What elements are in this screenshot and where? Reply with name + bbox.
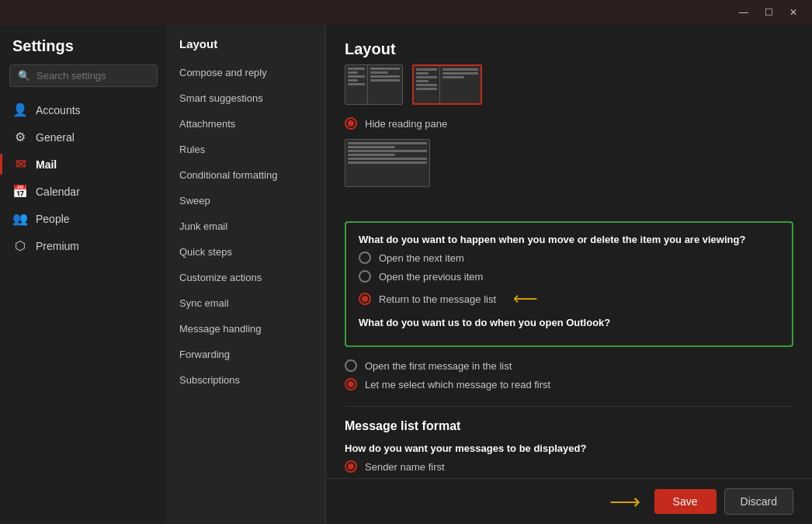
mid-item-sweep[interactable]: Sweep	[167, 188, 325, 213]
sidebar-item-mail-label: Mail	[36, 158, 57, 171]
mid-item-junk-email[interactable]: Junk email	[167, 213, 325, 239]
hide-pane-preview	[345, 139, 430, 187]
sidebar-item-premium[interactable]: ⬡ Premium	[0, 232, 167, 259]
mid-item-forwarding[interactable]: Forwarding	[167, 342, 325, 367]
radio-next-label: Open the next item	[379, 252, 464, 264]
sidebar-item-calendar[interactable]: 📅 Calendar	[0, 178, 167, 205]
accounts-icon: 👤	[12, 102, 28, 117]
sidebar-item-accounts[interactable]: 👤 Accounts	[0, 96, 167, 123]
layout-thumb-right	[345, 64, 403, 105]
display-question: How do you want your messages to be disp…	[345, 442, 793, 454]
mid-item-smart-suggestions[interactable]: Smart suggestions	[167, 85, 325, 111]
radio-option-sender-first[interactable]: Sender name first	[345, 460, 793, 473]
radio-next[interactable]	[359, 252, 371, 264]
calendar-icon: 📅	[12, 184, 28, 199]
open-outlook-question: What do you want us to do when you open …	[359, 317, 779, 328]
save-button[interactable]: Save	[654, 489, 717, 514]
radio-option-return[interactable]: Return to the message list ⟵	[359, 289, 779, 309]
radio-return[interactable]	[359, 293, 371, 305]
arrow-return-annotation: ⟵	[513, 289, 538, 309]
radio-previous-label: Open the previous item	[379, 271, 483, 283]
sidebar-item-mail[interactable]: ✉ Mail	[0, 151, 167, 178]
move-delete-section: What do you want to happen when you move…	[345, 221, 793, 347]
move-delete-question: What do you want to happen when you move…	[359, 234, 779, 245]
radio-option-next[interactable]: Open the next item	[359, 252, 779, 264]
footer-arrow-annotation: ⟶	[609, 489, 640, 515]
mid-item-sync-email[interactable]: Sync email	[167, 290, 325, 316]
premium-icon: ⬡	[12, 238, 28, 253]
mid-item-attachments[interactable]: Attachments	[167, 111, 325, 137]
hide-pane-label: Hide reading pane	[365, 118, 447, 130]
sidebar: Settings 🔍 👤 Accounts ⚙ General ✉ Mail 📅…	[0, 25, 167, 524]
mid-panel: Layout Compose and reply Smart suggestio…	[167, 25, 326, 524]
radio-sender-first[interactable]	[345, 460, 357, 473]
app-body: Settings 🔍 👤 Accounts ⚙ General ✉ Mail 📅…	[0, 25, 812, 524]
close-button[interactable]: ✕	[781, 0, 806, 25]
radio-option-first-msg[interactable]: Open the first message in the list	[345, 359, 793, 372]
content-area: Layout	[326, 25, 812, 524]
mid-panel-title: Layout	[167, 37, 325, 60]
sidebar-item-people[interactable]: 👥 People	[0, 205, 167, 232]
radio-select-msg-label: Let me select which message to read firs…	[365, 379, 550, 390]
sidebar-item-calendar-label: Calendar	[36, 186, 80, 198]
search-input[interactable]	[36, 70, 149, 82]
mid-item-quick-steps[interactable]: Quick steps	[167, 239, 325, 265]
radio-previous[interactable]	[359, 270, 371, 283]
thumbnail-right[interactable]	[345, 64, 403, 105]
general-icon: ⚙	[12, 130, 28, 144]
thumbnail-wide[interactable]	[412, 64, 482, 105]
layout-thumb-wide	[412, 64, 482, 105]
radio-first-msg[interactable]	[345, 359, 357, 372]
hide-pane-radio[interactable]	[345, 117, 357, 130]
mid-item-subscriptions[interactable]: Subscriptions	[167, 367, 325, 393]
sidebar-item-accounts-label: Accounts	[36, 104, 81, 116]
message-list-section: Message list format How do you want your…	[345, 406, 793, 473]
reading-pane-section: Hide reading pane	[345, 64, 793, 209]
radio-option-select-msg[interactable]: Let me select which message to read firs…	[345, 378, 793, 390]
hide-reading-pane-row[interactable]: Hide reading pane	[345, 117, 793, 130]
titlebar: — ☐ ✕	[0, 0, 812, 25]
mid-item-message-handling[interactable]: Message handling	[167, 316, 325, 342]
message-list-title: Message list format	[345, 406, 793, 433]
radio-return-label: Return to the message list	[379, 293, 496, 305]
radio-option-previous[interactable]: Open the previous item	[359, 270, 779, 283]
search-icon: 🔍	[18, 70, 30, 82]
sidebar-item-general[interactable]: ⚙ General	[0, 123, 167, 151]
mid-item-compose-reply[interactable]: Compose and reply	[167, 60, 325, 85]
mail-icon: ✉	[12, 157, 28, 172]
people-icon: 👥	[12, 211, 28, 226]
mid-item-rules[interactable]: Rules	[167, 137, 325, 162]
content-body: Hide reading pane	[326, 64, 812, 478]
sidebar-item-people-label: People	[36, 213, 70, 225]
search-box[interactable]: 🔍	[9, 64, 158, 87]
layout-thumbnails	[345, 64, 793, 105]
open-outlook-section: Open the first message in the list Let m…	[345, 359, 793, 390]
mid-item-conditional-formatting[interactable]: Conditional formatting	[167, 162, 325, 188]
settings-title: Settings	[0, 37, 167, 64]
content-title: Layout	[326, 25, 812, 64]
discard-button[interactable]: Discard	[724, 488, 793, 515]
content-footer: ⟶ Save Discard	[326, 478, 812, 524]
minimize-button[interactable]: —	[731, 0, 756, 25]
maximize-button[interactable]: ☐	[756, 0, 781, 25]
mid-item-customize-actions[interactable]: Customize actions	[167, 265, 325, 290]
radio-sender-first-label: Sender name first	[365, 461, 445, 473]
radio-select-msg[interactable]	[345, 378, 357, 390]
sidebar-item-general-label: General	[36, 131, 75, 144]
radio-first-msg-label: Open the first message in the list	[365, 360, 512, 372]
sidebar-item-premium-label: Premium	[36, 240, 79, 252]
